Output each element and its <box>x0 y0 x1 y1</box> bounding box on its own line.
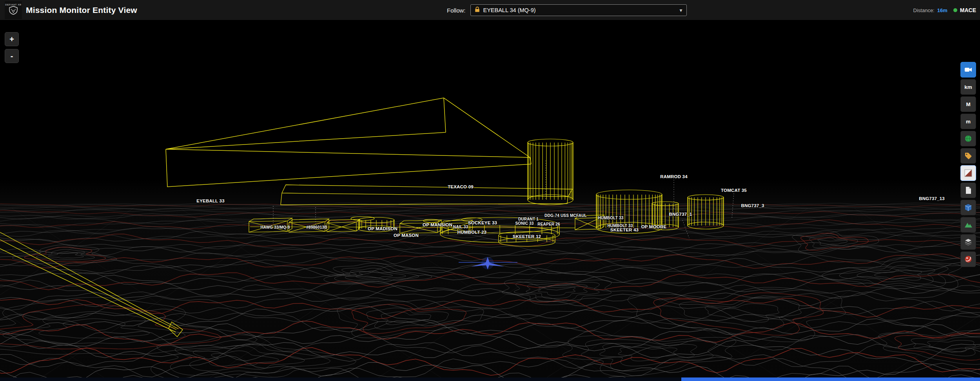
entity-label[interactable]: HUMBOLT 33 <box>598 216 623 220</box>
entity-label[interactable]: OP MADISON <box>368 226 397 231</box>
lock-icon <box>475 7 480 14</box>
entity-label[interactable]: OP MASON <box>394 233 419 238</box>
follow-group: Follow: EYEBALL 34 (MQ-9) ▾ <box>447 0 687 20</box>
entity-label[interactable]: NAIL 33 <box>453 225 468 229</box>
zoom-in-button[interactable]: + <box>5 32 19 46</box>
page-title: Mission Monitor Entity View <box>26 5 137 15</box>
follow-select[interactable]: EYEBALL 34 (MQ-9) ▾ <box>470 4 687 16</box>
globe-button[interactable] <box>960 131 976 146</box>
follow-label: Follow: <box>447 7 466 14</box>
entity-label[interactable]: BNG737_3 <box>741 203 764 208</box>
entity-label[interactable]: REAPER 26 <box>537 222 560 226</box>
entity-label[interactable]: #8986013B <box>306 225 327 229</box>
entities-3d-button[interactable] <box>960 200 976 215</box>
top-bar: DEFIANT XR Mission Monitor Entity View F… <box>0 0 980 20</box>
status-text: MACE <box>960 7 976 13</box>
zoom-out-button[interactable]: - <box>5 49 19 63</box>
imagery-split-button[interactable] <box>960 165 976 181</box>
terrain-button[interactable] <box>960 217 976 233</box>
entity-label[interactable]: BNG737_13 <box>919 196 945 201</box>
shield-icon <box>9 6 18 16</box>
entity-label[interactable]: EYEBALL 33 <box>196 199 224 203</box>
entity-label[interactable]: TOMCAT 35 <box>721 188 747 193</box>
entity-label[interactable]: TEXACO 09 <box>448 184 474 189</box>
entity-label[interactable]: HUMBOLT 33 <box>607 224 633 228</box>
labels-tag-button[interactable] <box>960 148 976 164</box>
ion-button[interactable] <box>960 251 976 267</box>
timeline-bar[interactable] <box>0 377 980 381</box>
follow-camera-button[interactable] <box>960 62 976 78</box>
map-viewport[interactable]: EYEBALL 33TEXACO 09RAMROD 34TOMCAT 35BNG… <box>0 20 980 381</box>
distance-value: 16m <box>937 7 947 13</box>
unit-km-button[interactable]: km <box>960 79 976 95</box>
entity-label[interactable]: SOCKEYE 33 <box>468 220 497 225</box>
zoom-controls: + - <box>5 32 19 63</box>
status-group: Distance: 16m MACE <box>913 0 976 20</box>
entity-label[interactable]: SKEETER 43 <box>610 228 639 232</box>
entity-label[interactable]: BNG737_1 <box>669 212 692 217</box>
follow-select-value: EYEBALL 34 (MQ-9) <box>483 7 676 13</box>
brand: DEFIANT XR Mission Monitor Entity View <box>5 1 137 19</box>
unit-M-button[interactable]: M <box>960 96 976 112</box>
entity-label[interactable]: HAWG 33/MQ-9 <box>260 225 290 229</box>
entity-label[interactable]: OP MOORE <box>641 224 667 229</box>
app-root: DEFIANT XR Mission Monitor Entity View F… <box>0 0 980 381</box>
status-dot <box>953 8 957 12</box>
chevron-down-icon: ▾ <box>679 7 682 13</box>
app-logo: DEFIANT XR <box>5 1 22 19</box>
entity-label[interactable]: OP MANSION <box>423 222 452 227</box>
right-toolbar: kmMm <box>960 62 976 267</box>
document-button[interactable] <box>960 182 976 198</box>
unit-m-button[interactable]: m <box>960 114 976 129</box>
entity-label[interactable]: SONIC 33 <box>515 221 534 226</box>
distance-label: Distance: <box>913 7 935 13</box>
terrain-contours <box>0 203 980 381</box>
layers-button[interactable] <box>960 234 976 250</box>
entity-label[interactable]: SKEETER 12 <box>513 234 541 239</box>
entity-label[interactable]: RAMROD 34 <box>660 174 688 179</box>
ownship-aircraft-icon[interactable] <box>459 257 517 269</box>
entity-label[interactable]: HUMBOLT 23 <box>457 230 487 235</box>
entity-label[interactable]: DURANT 1 <box>518 217 539 221</box>
entity-label[interactable]: DDG-74 USS MCFAUL <box>544 213 587 218</box>
timeline-progress <box>681 377 980 381</box>
scene-3d <box>0 20 980 381</box>
